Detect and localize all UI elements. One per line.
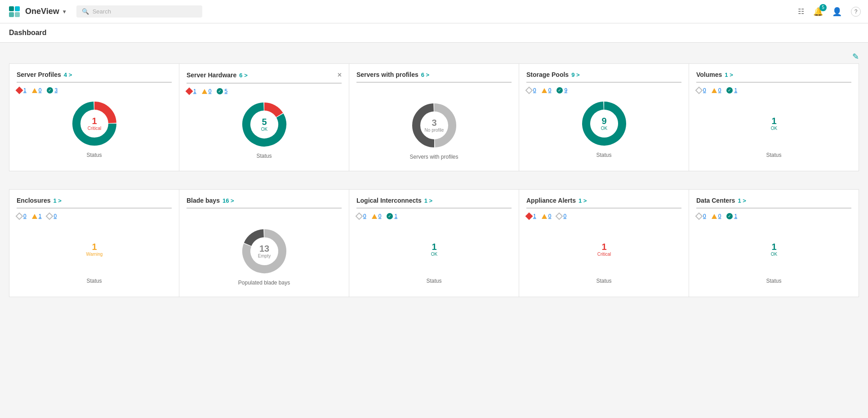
user-icon[interactable]: 👤	[832, 7, 842, 17]
widget-count[interactable]: 1 >	[738, 197, 746, 204]
chart-label: Status	[86, 152, 102, 158]
chart-label: Status	[596, 278, 611, 284]
chart-area: 13 Empty Populated blade bays	[187, 227, 342, 286]
search-bar[interactable]: 🔍 Search	[76, 5, 202, 18]
status-badge-unknown2[interactable]: 0	[47, 213, 57, 219]
filter-icon[interactable]: ☷	[798, 7, 804, 16]
page-title: Dashboard	[0, 23, 868, 43]
svg-text:OK: OK	[770, 252, 777, 257]
status-badge-warning[interactable]: 0	[712, 213, 721, 219]
svg-text:1: 1	[771, 116, 776, 126]
chevron-down-icon[interactable]: ▾	[63, 9, 66, 15]
chart-area: 1 OK Status	[696, 225, 851, 284]
ok-icon: ✓	[726, 213, 733, 219]
svg-text:1: 1	[771, 242, 776, 252]
widget-count[interactable]: 4 >	[64, 71, 72, 78]
widget-header: Servers with profiles 6 >	[356, 71, 512, 83]
status-badge-ok[interactable]: ✓ 3	[47, 87, 58, 93]
donut-chart: 9 OK	[579, 99, 629, 148]
status-badge-unknown[interactable]: 0	[356, 213, 366, 219]
oneview-logo-icon	[7, 4, 22, 19]
widget-title[interactable]: Appliance Alerts	[526, 197, 576, 204]
app-logo[interactable]: OneView ▾	[7, 4, 66, 19]
widget-title[interactable]: Enclosures	[17, 197, 50, 204]
widget-title[interactable]: Server Hardware	[187, 71, 236, 79]
widget-storage-pools: Storage Pools 9 > 0 0 ✓ 9 9 OK Status	[519, 63, 689, 171]
chart-label: Status	[596, 152, 611, 158]
status-badges: 0 0 ✓ 1	[696, 213, 851, 219]
chart-label: Status	[256, 153, 272, 159]
widget-title[interactable]: Logical Interconnects	[356, 197, 422, 204]
status-badges: 1 0 ✓ 3	[17, 87, 172, 93]
chart-area: 1 Critical Status	[17, 99, 172, 158]
widget-close[interactable]: ×	[338, 71, 342, 79]
svg-rect-1	[15, 6, 20, 11]
dashboard: ✎ Server Profiles 4 > 1 0 ✓ 3 1 Critical…	[0, 43, 868, 324]
status-badge-warning[interactable]: 1	[32, 213, 42, 219]
status-badge-ok[interactable]: ✓ 9	[556, 87, 567, 93]
widget-count[interactable]: 9 >	[571, 71, 579, 78]
donut-chart: 1 Warning	[70, 225, 119, 274]
app-header: OneView ▾ 🔍 Search ☷ 🔔 5 👤 ?	[0, 0, 868, 23]
widget-title[interactable]: Server Profiles	[17, 71, 61, 78]
status-badge-unknown[interactable]: 0	[696, 213, 706, 219]
help-icon[interactable]: ?	[851, 7, 861, 17]
svg-text:1: 1	[92, 242, 97, 252]
warning-icon	[542, 88, 547, 93]
widget-count[interactable]: 1 >	[725, 71, 733, 78]
widget-title[interactable]: Servers with profiles	[356, 71, 418, 78]
svg-text:1: 1	[432, 242, 436, 252]
status-badge-critical[interactable]: 1	[526, 213, 536, 219]
widget-header: Volumes 1 >	[696, 71, 851, 83]
chart-label: Servers with profiles	[410, 154, 458, 160]
widget-title[interactable]: Blade bays	[187, 197, 220, 204]
widget-title[interactable]: Storage Pools	[526, 71, 569, 78]
widget-count[interactable]: 1 >	[53, 197, 61, 204]
unknown-icon	[46, 213, 53, 220]
warning-icon	[542, 214, 547, 219]
status-badge-ok[interactable]: ✓ 1	[726, 87, 737, 93]
widget-count[interactable]: 1 >	[424, 197, 432, 204]
status-badge-unknown2[interactable]: 0	[556, 213, 566, 219]
status-badge-unknown[interactable]: 0	[526, 87, 536, 93]
warning-icon	[32, 214, 37, 219]
status-badges: 0 0 ✓ 9	[526, 87, 681, 93]
edit-dashboard-icon[interactable]: ✎	[852, 52, 859, 61]
status-badge-critical[interactable]: 1	[187, 88, 196, 94]
widget-title[interactable]: Data Centers	[696, 197, 735, 204]
donut-chart: 1 OK	[749, 225, 799, 274]
svg-text:OK: OK	[601, 126, 607, 131]
notification-badge: 5	[819, 4, 827, 11]
unknown-icon	[695, 87, 703, 94]
svg-text:1: 1	[92, 116, 97, 126]
svg-text:5: 5	[262, 117, 267, 127]
status-badge-warning[interactable]: 0	[542, 213, 552, 219]
ok-icon: ✓	[556, 87, 563, 93]
widget-data-centers: Data Centers 1 > 0 0 ✓ 1 1 OK Status	[689, 189, 859, 297]
status-badge-warning[interactable]: 0	[202, 88, 212, 94]
warning-icon	[372, 214, 377, 219]
widget-count[interactable]: 6 >	[239, 72, 247, 79]
status-badge-unknown[interactable]: 0	[696, 87, 706, 93]
chart-area: 5 OK Status	[187, 100, 342, 159]
status-badge-warning[interactable]: 0	[542, 87, 552, 93]
widget-count[interactable]: 6 >	[421, 71, 429, 78]
status-badge-ok[interactable]: ✓ 1	[387, 213, 397, 219]
svg-text:3: 3	[432, 118, 436, 128]
status-badge-unknown[interactable]: 0	[17, 213, 27, 219]
unknown-icon	[16, 213, 23, 220]
status-badge-ok[interactable]: ✓ 1	[726, 213, 737, 219]
status-badge-warning[interactable]: 0	[712, 87, 721, 93]
widget-count[interactable]: 16 >	[223, 197, 234, 204]
widget-count[interactable]: 1 >	[579, 197, 587, 204]
widget-row-1: Server Profiles 4 > 1 0 ✓ 3 1 Critical S…	[9, 63, 859, 171]
status-badges: 0 0 ✓ 1	[356, 213, 512, 219]
widget-title[interactable]: Volumes	[696, 71, 722, 78]
status-badge-warning[interactable]: 0	[32, 87, 42, 93]
status-badge-warning[interactable]: 0	[372, 213, 382, 219]
svg-text:Critical: Critical	[87, 126, 101, 131]
status-badge-ok[interactable]: ✓ 5	[217, 88, 227, 94]
notification-icon[interactable]: 🔔 5	[813, 7, 823, 17]
status-badge-critical[interactable]: 1	[17, 87, 27, 93]
svg-text:No profile: No profile	[424, 128, 444, 133]
